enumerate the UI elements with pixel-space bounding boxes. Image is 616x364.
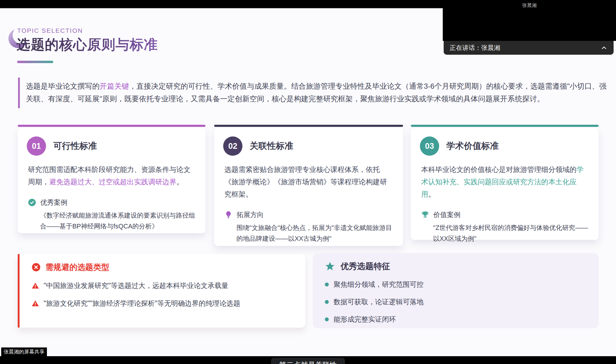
lightbulb-icon — [224, 211, 233, 219]
card-text-post: 。 — [428, 190, 436, 198]
avoid-item-text: "旅游文化研究""旅游经济学理论探析"等无明确边界的纯理论选题 — [44, 299, 240, 308]
tag-label: 价值案例 — [433, 210, 460, 219]
good-topics-card: 优秀选题特征 聚焦细分领域，研究范围可控 数据可获取，论证逻辑可落地 能形成完整… — [313, 253, 599, 328]
card-accent-bar — [214, 125, 403, 127]
card-number-badge: 02 — [223, 136, 242, 156]
avoid-item: "旅游文化研究""旅游经济学理论探析"等无明确边界的纯理论选题 — [32, 299, 293, 308]
bullet-dot-icon — [325, 300, 329, 304]
card-number-badge: 01 — [27, 136, 46, 156]
card-text: 研究范围需适配本科阶段研究能力、资源条件与论文周期，避免选题过大、过空或超出实践… — [28, 164, 195, 188]
card-body: 01 可行性标准 研究范围需适配本科阶段研究能力、资源条件与论文周期，避免选题过… — [18, 128, 205, 233]
avoid-card-title: 需规避的选题类型 — [45, 262, 109, 273]
card-title: 学术价值标准 — [446, 140, 499, 152]
avoid-topics-card: 需规避的选题类型 "中国旅游业发展研究"等选题过大，远超本科毕业论文承载量 "旅… — [18, 254, 305, 328]
criteria-card-relevance: 02 关联性标准 选题需紧密贴合旅游管理专业核心课程体系，依托《旅游学概论》《旅… — [214, 125, 403, 246]
title-underline — [17, 61, 53, 63]
chevron-up-icon — [600, 44, 608, 51]
speaker-name-label: 张晨湘 — [443, 2, 616, 9]
bullet-dot-icon — [325, 283, 329, 286]
collapse-video-button[interactable] — [600, 44, 608, 51]
intro-text-highlight: 开篇关键 — [100, 82, 129, 90]
criteria-card-feasibility: 01 可行性标准 研究范围需适配本科阶段研究能力、资源条件与论文周期，避免选题过… — [18, 125, 205, 233]
tag-label: 拓展方向 — [237, 210, 264, 219]
page-title: 选题的核心原则与标准 — [17, 35, 158, 54]
meeting-screen: TOPIC SELECTION 选题的核心原则与标准 选题是毕业论文撰写的开篇关… — [0, 0, 616, 364]
tag-label: 优秀案例 — [40, 198, 67, 207]
check-circle-icon — [28, 198, 36, 206]
warning-triangle-icon — [32, 282, 39, 289]
star-icon — [325, 261, 335, 271]
intro-text-pre: 选题是毕业论文撰写的 — [26, 82, 100, 90]
card-body: 02 关联性标准 选题需紧密贴合旅游管理专业核心课程体系，依托《旅游学概论》《旅… — [214, 128, 403, 246]
card-text: 本科毕业论文的价值核心是对旅游管理细分领域的学术认知补充、实践问题回应或研究方法… — [421, 164, 588, 200]
trophy-icon — [421, 211, 429, 219]
card-title: 可行性标准 — [53, 140, 97, 152]
card-text-pre: 本科毕业论文的价值核心是对旅游管理细分领域的 — [421, 166, 577, 173]
card-body: 03 学术价值标准 本科毕业论文的价值核心是对旅游管理细分领域的学术认知补充、实… — [411, 128, 599, 240]
bullet-dot-icon — [325, 317, 329, 321]
active-speaker-bar: 正在讲话：张晨湘 — [444, 41, 614, 55]
intro-panel: 选题是毕业论文撰写的开篇关键，直接决定研究的可行性、学术价值与成果质量。结合旅游… — [18, 78, 612, 108]
card-text: 选题需紧密贴合旅游管理专业核心课程体系，依托《旅游学概论》《旅游市场营销》等课程… — [224, 164, 393, 200]
error-circle-icon — [32, 263, 41, 272]
eyebrow-label: TOPIC SELECTION — [17, 27, 83, 34]
speaker-video-tile[interactable]: 张晨湘 — [443, 0, 616, 41]
intro-text: 选题是毕业论文撰写的开篇关键，直接决定研究的可行性、学术价值与成果质量。结合旅游… — [26, 80, 612, 105]
card-accent-bar — [411, 125, 599, 127]
screen-share-label: 张晨湘的屏幕共享 — [1, 347, 47, 356]
card-text-highlight: 避免选题过大、过空或超出实践调研边界 — [49, 178, 177, 186]
good-item: 数据可获取，论证逻辑可落地 — [325, 297, 587, 307]
active-speaker-text: 正在讲话：张晨湘 — [450, 44, 500, 52]
good-item-text: 数据可获取，论证逻辑可落地 — [334, 297, 424, 307]
card-text-post: 。 — [177, 178, 184, 186]
card-quote: "Z世代游客对乡村民宿的消费偏好与体验优化研究——以XX区域为例" — [433, 222, 588, 244]
good-item: 聚焦细分领域，研究范围可控 — [325, 280, 587, 289]
good-item-text: 聚焦细分领域，研究范围可控 — [334, 280, 424, 289]
card-quote: 围绕"文旅融合"核心热点，拓展为"非遗文化赋能旅游目的地品牌建设——以XX古城为… — [236, 222, 393, 244]
caption-bubble: 第二点就是关联性 — [271, 358, 345, 364]
warning-triangle-icon — [32, 300, 39, 307]
good-item: 能形成完整实证闭环 — [325, 315, 587, 324]
avoid-item-text: "中国旅游业发展研究"等选题过大，远超本科毕业论文承载量 — [44, 281, 228, 290]
card-text-pre: 选题需紧密贴合旅游管理专业核心课程体系，依托《旅游学概论》《旅游市场营销》等课程… — [224, 166, 387, 198]
card-number-badge: 03 — [420, 136, 439, 156]
card-quote: 《数字经济赋能旅游流通体系建设的要素识别与路径组合——基于BP神经网络与fsQC… — [40, 210, 195, 232]
criteria-card-academic-value: 03 学术价值标准 本科毕业论文的价值核心是对旅游管理细分领域的学术认知补充、实… — [411, 125, 599, 240]
good-item-text: 能形成完整实证闭环 — [334, 315, 396, 324]
good-card-title: 优秀选题特征 — [340, 261, 390, 272]
avoid-item: "中国旅游业发展研究"等选题过大，远超本科毕业论文承载量 — [32, 281, 293, 290]
card-accent-bar — [18, 125, 205, 127]
caption-text: 第二点就是关联性 — [279, 361, 337, 364]
card-title: 关联性标准 — [250, 140, 293, 152]
